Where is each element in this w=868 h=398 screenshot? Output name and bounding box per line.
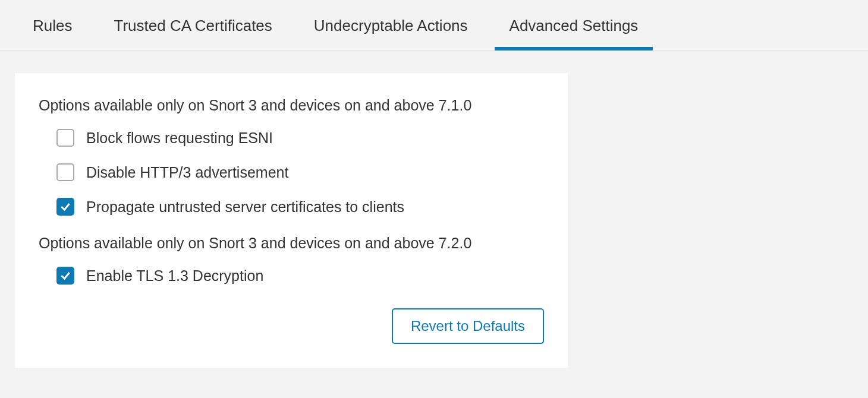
tab-trusted-ca-certificates[interactable]: Trusted CA Certificates: [114, 0, 272, 50]
option-label: Propagate untrusted server certificates …: [86, 198, 404, 216]
option-label: Disable HTTP/3 advertisement: [86, 164, 288, 181]
tab-advanced-settings[interactable]: Advanced Settings: [510, 0, 639, 50]
option-label: Enable TLS 1.3 Decryption: [86, 267, 263, 285]
button-row: Revert to Defaults: [39, 308, 544, 344]
check-icon: [59, 270, 71, 282]
option-label: Block flows requesting ESNI: [86, 129, 273, 147]
option-propagate-certs: Propagate untrusted server certificates …: [56, 198, 544, 216]
checkbox-propagate-certs[interactable]: [56, 198, 74, 216]
option-block-esni: Block flows requesting ESNI: [56, 129, 544, 147]
tab-rules[interactable]: Rules: [33, 0, 72, 50]
section-heading-710: Options available only on Snort 3 and de…: [39, 97, 544, 114]
option-tls13-decryption: Enable TLS 1.3 Decryption: [56, 267, 544, 285]
advanced-settings-panel: Options available only on Snort 3 and de…: [15, 73, 568, 368]
revert-to-defaults-button[interactable]: Revert to Defaults: [392, 308, 544, 344]
option-disable-http3: Disable HTTP/3 advertisement: [56, 163, 544, 181]
check-icon: [59, 201, 71, 213]
checkbox-block-esni[interactable]: [56, 129, 74, 147]
tab-bar: Rules Trusted CA Certificates Undecrypta…: [0, 0, 868, 50]
checkbox-tls13-decryption[interactable]: [56, 267, 74, 285]
checkbox-disable-http3[interactable]: [56, 163, 74, 181]
tab-undecryptable-actions[interactable]: Undecryptable Actions: [314, 0, 468, 50]
section-heading-720: Options available only on Snort 3 and de…: [39, 235, 544, 252]
